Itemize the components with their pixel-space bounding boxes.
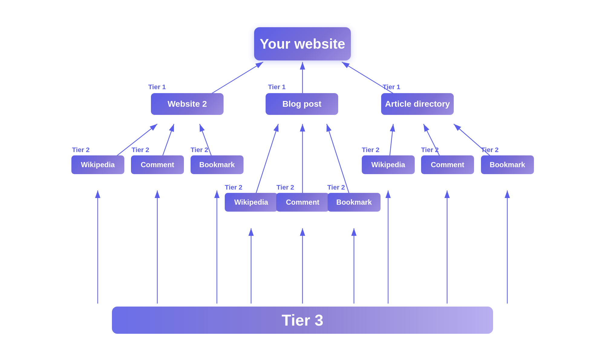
website2-label: Website 2 <box>168 99 207 109</box>
tier2-bookmark-mid: Bookmark <box>328 193 381 212</box>
tier2-label-l3: Tier 2 <box>191 146 208 154</box>
tier2-comment-left-label: Comment <box>141 161 174 169</box>
tier2-label-m3: Tier 2 <box>327 184 345 191</box>
tier1-label-website2: Tier 1 <box>148 83 166 91</box>
tier2-label-m2: Tier 2 <box>276 184 294 191</box>
tier2-label-r2: Tier 2 <box>421 146 439 154</box>
your-website-node: Your website <box>254 27 351 60</box>
tier2-wikipedia-mid: Wikipedia <box>225 193 278 212</box>
blogpost-label: Blog post <box>282 99 321 109</box>
tier2-wikipedia-left-label: Wikipedia <box>81 161 115 169</box>
tier2-bookmark-mid-label: Bookmark <box>336 198 372 206</box>
tier2-comment-mid: Comment <box>276 193 329 212</box>
tier2-bookmark-left: Bookmark <box>191 155 244 174</box>
tier3-bar: Tier 3 <box>112 307 493 334</box>
tier2-comment-right: Comment <box>421 155 474 174</box>
tier2-comment-left: Comment <box>131 155 184 174</box>
tier2-wikipedia-left: Wikipedia <box>71 155 124 174</box>
tier2-bookmark-right: Bookmark <box>481 155 534 174</box>
tier2-label-r3: Tier 2 <box>481 146 499 154</box>
tier2-label-r1: Tier 2 <box>362 146 379 154</box>
articledirectory-node: Article directory <box>381 93 454 115</box>
tier2-label-m1: Tier 2 <box>225 184 242 191</box>
tier2-label-l1: Tier 2 <box>72 146 90 154</box>
tier2-bookmark-left-label: Bookmark <box>199 161 235 169</box>
tier3-label: Tier 3 <box>282 311 323 329</box>
tier2-label-l2: Tier 2 <box>132 146 149 154</box>
your-website-label: Your website <box>260 36 345 52</box>
tier2-comment-mid-label: Comment <box>286 198 319 206</box>
blogpost-node: Blog post <box>266 93 338 115</box>
tier1-label-blogpost: Tier 1 <box>268 83 286 91</box>
diagram-container: Your website Tier 1 Tier 1 Tier 1 Websit… <box>0 0 605 364</box>
tier1-label-articledirectory: Tier 1 <box>383 83 400 91</box>
articledirectory-label: Article directory <box>385 99 450 109</box>
tier2-wikipedia-right-label: Wikipedia <box>371 161 405 169</box>
tier2-bookmark-right-label: Bookmark <box>490 161 525 169</box>
tier2-wikipedia-right: Wikipedia <box>362 155 415 174</box>
tier2-wikipedia-mid-label: Wikipedia <box>234 198 268 206</box>
website2-node: Website 2 <box>151 93 224 115</box>
tier2-comment-right-label: Comment <box>431 161 464 169</box>
